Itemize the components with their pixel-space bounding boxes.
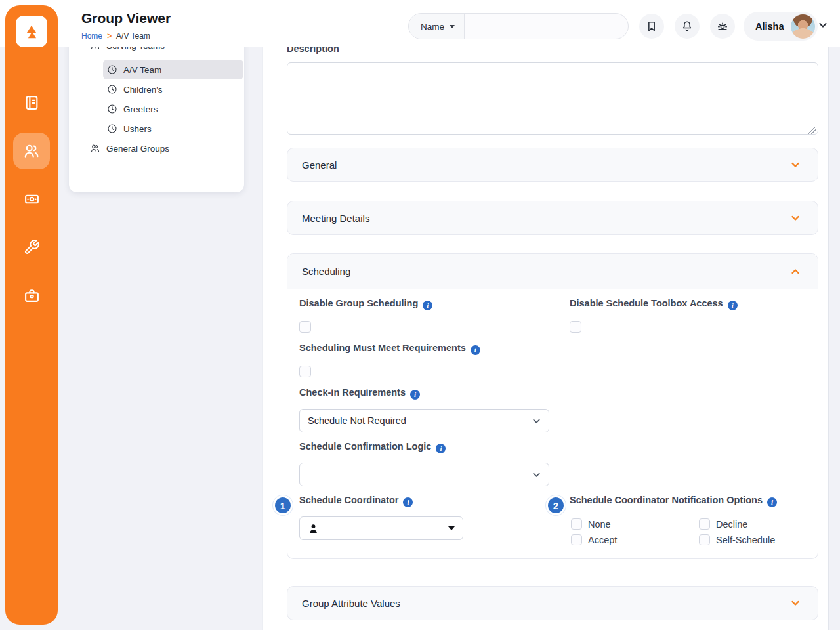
wrench-icon (24, 239, 40, 255)
notification-option-none-checkbox[interactable] (571, 518, 582, 530)
section-meeting-details[interactable]: Meeting Details (287, 201, 818, 235)
disable-schedule-toolbox-access-checkbox[interactable] (570, 321, 581, 333)
tree-item-label: General Groups (106, 144, 169, 154)
search-filter-dropdown[interactable]: Name (409, 14, 465, 39)
scheduling-must-meet-requirements-checkbox[interactable] (299, 366, 311, 377)
notification-option-decline-checkbox[interactable] (699, 518, 710, 530)
notification-option-decline-label: Decline (716, 519, 747, 530)
notification-option-none-label: None (588, 519, 611, 530)
user-avatar (791, 14, 815, 39)
chevron-down-icon (532, 416, 541, 426)
info-icon[interactable]: i (728, 301, 738, 310)
chevron-up-icon (790, 266, 801, 277)
info-icon[interactable]: i (436, 444, 446, 453)
people-icon (23, 142, 40, 159)
theme-toggle-button[interactable] (710, 14, 735, 39)
group-tree-panel: Serving Teams A/V Team Children's Greete… (69, 26, 244, 192)
section-general[interactable]: General (287, 148, 818, 182)
scheduling-must-meet-requirements-label: Scheduling Must Meet Requirementsi (299, 343, 480, 355)
top-header: Group Viewer Home > A/V Team Name Alisha (0, 0, 840, 47)
info-icon[interactable]: i (410, 390, 420, 400)
tree-item-label: Ushers (123, 124, 152, 134)
user-menu[interactable]: Alisha (744, 12, 818, 41)
callout-badge-1: 1 (273, 495, 293, 515)
app-sidebar (5, 5, 58, 625)
sidebar-item-people[interactable] (13, 133, 50, 169)
main-content: Description General Meeting Details Sche… (262, 0, 828, 630)
chevron-down-icon (790, 159, 801, 170)
scrollbar-track[interactable] (828, 0, 840, 630)
check-in-requirements-label: Check-in Requirementsi (299, 387, 420, 400)
journal-icon (24, 94, 40, 111)
info-icon[interactable]: i (767, 497, 777, 507)
cash-icon (24, 191, 40, 207)
clock-icon (107, 123, 117, 134)
disable-group-scheduling-label: Disable Group Schedulingi (299, 298, 432, 310)
sidebar-item-tools[interactable] (13, 228, 50, 265)
bell-icon (681, 20, 694, 33)
briefcase-icon (24, 287, 40, 304)
schedule-confirmation-logic-label: Schedule Confirmation Logici (299, 441, 446, 453)
clock-icon (107, 84, 117, 94)
info-icon[interactable]: i (423, 301, 432, 310)
notification-option-accept-label: Accept (588, 535, 617, 545)
notification-option-accept-checkbox[interactable] (571, 534, 582, 545)
rock-logo[interactable] (16, 16, 47, 47)
user-name: Alisha (755, 21, 784, 32)
bookmarks-button[interactable] (639, 14, 664, 39)
search-filter-label: Name (421, 22, 444, 32)
tree-item-label: Children's (123, 85, 163, 94)
notification-option-self-schedule-checkbox[interactable] (699, 534, 710, 545)
notification-options-label: Schedule Coordinator Notification Option… (570, 495, 777, 507)
breadcrumb: Home > A/V Team (81, 32, 150, 41)
sun-horizon-icon (716, 20, 729, 33)
chevron-down-icon[interactable] (818, 20, 828, 33)
chevron-down-icon (532, 470, 541, 480)
sidebar-item-admin[interactable] (13, 277, 50, 314)
notification-option-self-schedule-label: Self-Schedule (716, 535, 775, 545)
disable-schedule-toolbox-access-label: Disable Schedule Toolbox Accessi (570, 298, 738, 310)
sidebar-item-finance[interactable] (13, 180, 50, 217)
schedule-coordinator-label: Schedule Coordinatori (299, 495, 413, 507)
info-icon[interactable]: i (471, 345, 480, 355)
section-group-attribute-values[interactable]: Group Attribute Values (287, 586, 818, 620)
info-icon[interactable]: i (403, 497, 413, 507)
section-scheduling-header[interactable]: Scheduling (287, 254, 818, 289)
caret-down-icon (448, 526, 455, 530)
tree-item-greeters[interactable]: Greeters (74, 99, 239, 119)
section-general-title: General (302, 159, 337, 171)
tree-item-label: A/V Team (123, 65, 161, 75)
breadcrumb-separator: > (107, 32, 112, 41)
person-icon (308, 523, 319, 534)
description-textarea[interactable] (287, 62, 818, 135)
section-scheduling: Scheduling Disable Group Schedulingi Dis… (287, 253, 818, 559)
section-meeting-details-title: Meeting Details (302, 213, 369, 224)
textarea-resize-handle[interactable] (808, 127, 816, 134)
clock-icon (107, 104, 117, 114)
search-input[interactable] (465, 14, 628, 39)
schedule-coordinator-person-picker[interactable] (299, 516, 463, 540)
tree-item-ushers[interactable]: Ushers (74, 119, 239, 138)
breadcrumb-home-link[interactable]: Home (81, 32, 102, 41)
people-icon (90, 143, 100, 154)
tree-item-general-groups[interactable]: General Groups (74, 138, 239, 158)
caret-down-icon (450, 25, 455, 28)
check-in-requirements-value: Schedule Not Required (308, 415, 406, 426)
tree-item-label: Greeters (123, 104, 158, 114)
schedule-confirmation-logic-select[interactable] (299, 463, 549, 486)
breadcrumb-current: A/V Team (116, 32, 150, 41)
check-in-requirements-select[interactable]: Schedule Not Required (299, 409, 549, 432)
chevron-down-icon (790, 598, 801, 608)
section-group-attribute-values-title: Group Attribute Values (302, 598, 400, 609)
tree-item-childrens[interactable]: Children's (74, 79, 239, 99)
chevron-down-icon (790, 213, 801, 223)
page-title: Group Viewer (81, 10, 171, 26)
notifications-button[interactable] (675, 14, 700, 39)
clock-icon (107, 64, 117, 75)
search-bar: Name (408, 13, 629, 39)
section-scheduling-title: Scheduling (302, 266, 350, 277)
callout-badge-2: 2 (546, 495, 566, 515)
tree-item-av-team[interactable]: A/V Team (103, 60, 243, 79)
disable-group-scheduling-checkbox[interactable] (299, 321, 311, 333)
sidebar-item-pages[interactable] (13, 84, 50, 121)
